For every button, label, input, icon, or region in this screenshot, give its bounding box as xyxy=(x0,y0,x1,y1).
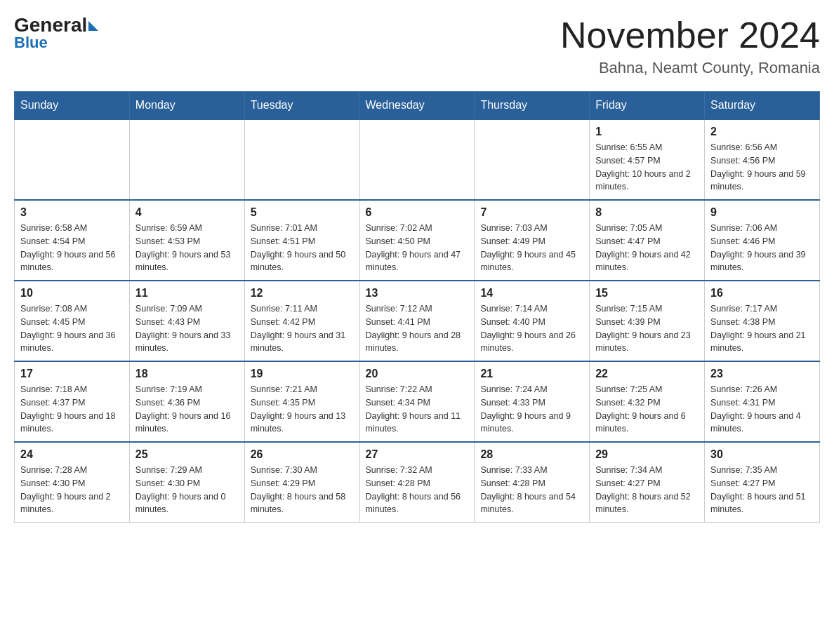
day-info: Sunrise: 7:03 AMSunset: 4:49 PMDaylight:… xyxy=(480,222,583,274)
day-number: 22 xyxy=(595,368,699,380)
calendar-cell: 3Sunrise: 6:58 AMSunset: 4:54 PMDaylight… xyxy=(15,200,130,281)
calendar-cell: 9Sunrise: 7:06 AMSunset: 4:46 PMDaylight… xyxy=(705,200,820,281)
calendar-cell: 21Sunrise: 7:24 AMSunset: 4:33 PMDayligh… xyxy=(475,361,590,442)
calendar-cell: 28Sunrise: 7:33 AMSunset: 4:28 PMDayligh… xyxy=(475,442,590,523)
weekday-header-wednesday: Wednesday xyxy=(359,92,475,120)
calendar-cell xyxy=(475,119,590,200)
day-number: 18 xyxy=(135,368,239,380)
header: General Blue November 2024 Bahna, Neamt … xyxy=(14,14,820,77)
day-info: Sunrise: 7:06 AMSunset: 4:46 PMDaylight:… xyxy=(710,222,814,274)
week-row-2: 3Sunrise: 6:58 AMSunset: 4:54 PMDaylight… xyxy=(15,200,820,281)
day-number: 10 xyxy=(20,287,124,300)
day-number: 21 xyxy=(480,368,583,380)
calendar-cell: 4Sunrise: 6:59 AMSunset: 4:53 PMDaylight… xyxy=(129,200,244,281)
week-row-1: 1Sunrise: 6:55 AMSunset: 4:57 PMDaylight… xyxy=(15,119,820,200)
day-info: Sunrise: 7:24 AMSunset: 4:33 PMDaylight:… xyxy=(480,383,583,436)
day-number: 3 xyxy=(20,206,124,219)
day-info: Sunrise: 7:05 AMSunset: 4:47 PMDaylight:… xyxy=(595,222,699,274)
calendar-cell xyxy=(129,119,244,200)
calendar-cell: 8Sunrise: 7:05 AMSunset: 4:47 PMDaylight… xyxy=(590,200,705,281)
day-info: Sunrise: 7:34 AMSunset: 4:27 PMDaylight:… xyxy=(595,464,699,516)
week-row-5: 24Sunrise: 7:28 AMSunset: 4:30 PMDayligh… xyxy=(15,442,820,523)
calendar-cell: 1Sunrise: 6:55 AMSunset: 4:57 PMDaylight… xyxy=(590,119,705,200)
day-number: 4 xyxy=(135,206,239,219)
calendar-cell: 17Sunrise: 7:18 AMSunset: 4:37 PMDayligh… xyxy=(15,361,130,442)
calendar-cell: 19Sunrise: 7:21 AMSunset: 4:35 PMDayligh… xyxy=(244,361,359,442)
day-info: Sunrise: 7:01 AMSunset: 4:51 PMDaylight:… xyxy=(251,222,354,274)
week-row-4: 17Sunrise: 7:18 AMSunset: 4:37 PMDayligh… xyxy=(15,361,820,442)
day-number: 5 xyxy=(251,206,354,219)
calendar-cell: 2Sunrise: 6:56 AMSunset: 4:56 PMDaylight… xyxy=(705,119,820,200)
day-number: 11 xyxy=(135,287,239,300)
day-number: 9 xyxy=(710,206,814,219)
day-info: Sunrise: 7:22 AMSunset: 4:34 PMDaylight:… xyxy=(366,383,469,436)
day-info: Sunrise: 7:26 AMSunset: 4:31 PMDaylight:… xyxy=(710,383,814,436)
calendar-cell: 10Sunrise: 7:08 AMSunset: 4:45 PMDayligh… xyxy=(15,281,130,361)
logo: General Blue xyxy=(14,14,98,52)
day-number: 27 xyxy=(366,448,469,461)
day-info: Sunrise: 7:11 AMSunset: 4:42 PMDaylight:… xyxy=(251,302,354,355)
month-title: November 2024 xyxy=(560,14,820,56)
day-number: 19 xyxy=(251,368,354,380)
day-info: Sunrise: 7:33 AMSunset: 4:28 PMDaylight:… xyxy=(480,464,583,516)
calendar-cell xyxy=(244,119,359,200)
day-number: 6 xyxy=(366,206,469,219)
day-info: Sunrise: 7:30 AMSunset: 4:29 PMDaylight:… xyxy=(251,464,354,516)
calendar-cell: 12Sunrise: 7:11 AMSunset: 4:42 PMDayligh… xyxy=(244,281,359,361)
day-info: Sunrise: 7:32 AMSunset: 4:28 PMDaylight:… xyxy=(366,464,469,516)
day-number: 25 xyxy=(135,448,239,461)
day-info: Sunrise: 7:12 AMSunset: 4:41 PMDaylight:… xyxy=(366,302,469,355)
calendar-cell: 7Sunrise: 7:03 AMSunset: 4:49 PMDaylight… xyxy=(475,200,590,281)
day-number: 23 xyxy=(710,368,814,380)
day-number: 16 xyxy=(710,287,814,300)
calendar-cell: 15Sunrise: 7:15 AMSunset: 4:39 PMDayligh… xyxy=(590,281,705,361)
logo-triangle-icon xyxy=(88,21,98,31)
calendar-cell xyxy=(359,119,475,200)
day-info: Sunrise: 7:17 AMSunset: 4:38 PMDaylight:… xyxy=(710,302,814,355)
weekday-header-saturday: Saturday xyxy=(705,92,820,120)
day-number: 1 xyxy=(595,126,699,138)
day-info: Sunrise: 6:58 AMSunset: 4:54 PMDaylight:… xyxy=(20,222,124,274)
title-area: November 2024 Bahna, Neamt County, Roman… xyxy=(560,14,820,77)
day-number: 7 xyxy=(480,206,583,219)
day-info: Sunrise: 7:14 AMSunset: 4:40 PMDaylight:… xyxy=(480,302,583,355)
day-number: 26 xyxy=(251,448,354,461)
day-number: 14 xyxy=(480,287,583,300)
day-number: 8 xyxy=(595,206,699,219)
day-info: Sunrise: 6:55 AMSunset: 4:57 PMDaylight:… xyxy=(595,141,699,194)
day-number: 2 xyxy=(710,126,814,138)
calendar-cell: 16Sunrise: 7:17 AMSunset: 4:38 PMDayligh… xyxy=(705,281,820,361)
day-info: Sunrise: 7:28 AMSunset: 4:30 PMDaylight:… xyxy=(20,464,124,516)
day-info: Sunrise: 7:15 AMSunset: 4:39 PMDaylight:… xyxy=(595,302,699,355)
location-subtitle: Bahna, Neamt County, Romania xyxy=(560,59,820,77)
calendar-cell: 13Sunrise: 7:12 AMSunset: 4:41 PMDayligh… xyxy=(359,281,475,361)
weekday-header-row: SundayMondayTuesdayWednesdayThursdayFrid… xyxy=(15,92,820,120)
calendar-cell: 11Sunrise: 7:09 AMSunset: 4:43 PMDayligh… xyxy=(129,281,244,361)
day-number: 17 xyxy=(20,368,124,380)
week-row-3: 10Sunrise: 7:08 AMSunset: 4:45 PMDayligh… xyxy=(15,281,820,361)
day-info: Sunrise: 7:35 AMSunset: 4:27 PMDaylight:… xyxy=(710,464,814,516)
day-info: Sunrise: 7:29 AMSunset: 4:30 PMDaylight:… xyxy=(135,464,239,516)
day-number: 12 xyxy=(251,287,354,300)
calendar-cell: 29Sunrise: 7:34 AMSunset: 4:27 PMDayligh… xyxy=(590,442,705,523)
day-info: Sunrise: 6:56 AMSunset: 4:56 PMDaylight:… xyxy=(710,141,814,194)
calendar-cell: 27Sunrise: 7:32 AMSunset: 4:28 PMDayligh… xyxy=(359,442,475,523)
day-info: Sunrise: 7:08 AMSunset: 4:45 PMDaylight:… xyxy=(20,302,124,355)
weekday-header-monday: Monday xyxy=(129,92,244,120)
day-number: 29 xyxy=(595,448,699,461)
day-number: 28 xyxy=(480,448,583,461)
day-number: 24 xyxy=(20,448,124,461)
day-info: Sunrise: 7:25 AMSunset: 4:32 PMDaylight:… xyxy=(595,383,699,436)
day-number: 13 xyxy=(366,287,469,300)
calendar-cell: 23Sunrise: 7:26 AMSunset: 4:31 PMDayligh… xyxy=(705,361,820,442)
weekday-header-sunday: Sunday xyxy=(15,92,130,120)
calendar-cell: 14Sunrise: 7:14 AMSunset: 4:40 PMDayligh… xyxy=(475,281,590,361)
day-info: Sunrise: 7:19 AMSunset: 4:36 PMDaylight:… xyxy=(135,383,239,436)
calendar-cell: 22Sunrise: 7:25 AMSunset: 4:32 PMDayligh… xyxy=(590,361,705,442)
day-info: Sunrise: 6:59 AMSunset: 4:53 PMDaylight:… xyxy=(135,222,239,274)
day-info: Sunrise: 7:18 AMSunset: 4:37 PMDaylight:… xyxy=(20,383,124,436)
calendar-cell: 20Sunrise: 7:22 AMSunset: 4:34 PMDayligh… xyxy=(359,361,475,442)
calendar-cell: 24Sunrise: 7:28 AMSunset: 4:30 PMDayligh… xyxy=(15,442,130,523)
day-number: 20 xyxy=(366,368,469,380)
weekday-header-tuesday: Tuesday xyxy=(244,92,359,120)
